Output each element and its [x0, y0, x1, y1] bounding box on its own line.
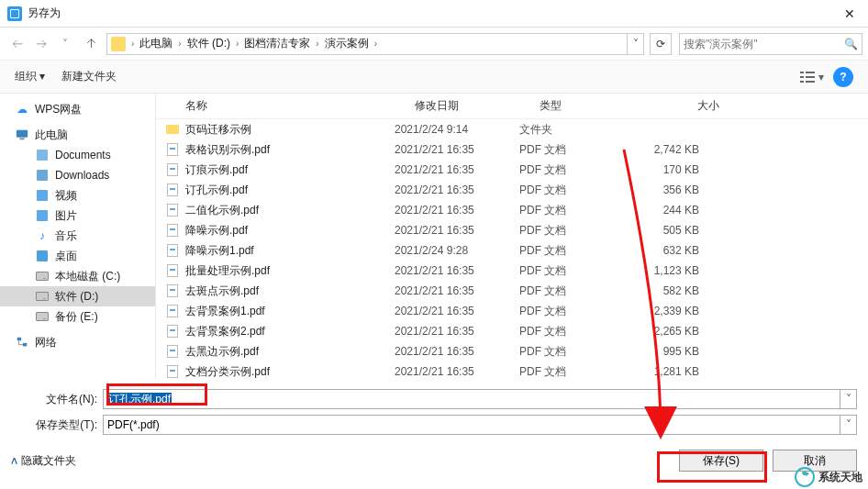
app-icon: [7, 6, 22, 21]
pdf-file-icon: [165, 283, 180, 298]
savetype-value: PDF(*.pdf): [104, 418, 160, 431]
file-date: 2021/2/21 16:35: [395, 224, 519, 237]
file-name: 页码迁移示例: [185, 122, 395, 138]
file-size: 356 KB: [626, 183, 718, 196]
file-size: 505 KB: [626, 224, 718, 237]
file-name: 批量处理示例.pdf: [185, 263, 395, 279]
file-list-body[interactable]: 页码迁移示例2021/2/24 9:14文件夹表格识别示例.pdf2021/2/…: [156, 119, 868, 378]
file-name: 二值化示例.pdf: [185, 203, 395, 218]
file-type: PDF 文档: [519, 162, 626, 178]
forward-button[interactable]: 🡢: [30, 33, 52, 55]
new-folder-button[interactable]: 新建文件夹: [61, 69, 117, 84]
svg-rect-1: [806, 72, 815, 73]
file-row[interactable]: 去背景案例2.pdf2021/2/21 16:35PDF 文档2,265 KB: [156, 321, 868, 341]
file-type: PDF 文档: [519, 243, 626, 259]
savetype-select[interactable]: PDF(*.pdf) ˅: [103, 415, 857, 435]
file-row[interactable]: 去斑点示例.pdf2021/2/21 16:35PDF 文档582 KB: [156, 281, 868, 301]
sidebar-item-pictures[interactable]: 图片: [0, 206, 155, 226]
sidebar-item-desktop[interactable]: 桌面: [0, 246, 155, 266]
computer-icon: [15, 128, 29, 142]
svg-rect-3: [806, 76, 815, 78]
music-icon: ♪: [35, 228, 50, 243]
file-name: 降噪示例.pdf: [185, 223, 395, 239]
file-row[interactable]: 订孔示例.pdf2021/2/21 16:35PDF 文档356 KB: [156, 180, 868, 200]
sidebar-item-disk-e[interactable]: 备份 (E:): [0, 306, 155, 327]
sidebar-item-downloads[interactable]: Downloads: [0, 165, 155, 185]
filename-dropdown[interactable]: ˅: [840, 390, 856, 408]
file-row[interactable]: 表格识别示例.pdf2021/2/21 16:35PDF 文档2,742 KB: [156, 139, 868, 160]
file-date: 2021/2/21 16:35: [395, 345, 519, 358]
breadcrumb-item[interactable]: 图档清洁专家: [242, 36, 312, 51]
sidebar-item-pc[interactable]: 此电脑: [0, 125, 155, 145]
refresh-button[interactable]: ⟳: [650, 33, 672, 55]
organize-menu[interactable]: 组织 ▾: [15, 69, 45, 84]
up-button[interactable]: 🡡: [81, 33, 103, 55]
breadcrumb-item[interactable]: 演示案例: [323, 36, 371, 51]
pdf-file-icon: [165, 344, 180, 359]
filename-input-wrapper[interactable]: 订孔示例.pdf ˅: [103, 389, 857, 409]
file-name: 去斑点示例.pdf: [185, 283, 395, 299]
file-row[interactable]: 去黑边示例.pdf2021/2/21 16:35PDF 文档995 KB: [156, 341, 868, 361]
pdf-file-icon: [165, 243, 180, 258]
file-size: 632 KB: [626, 244, 718, 257]
pictures-icon: [35, 208, 50, 223]
sidebar-item-videos[interactable]: 视频: [0, 185, 155, 206]
save-button[interactable]: 保存(S): [679, 450, 763, 472]
actions-row: ʌ 隐藏文件夹 保存(S) 取消: [11, 450, 857, 472]
pdf-file-icon: [165, 162, 180, 177]
folder-icon: [111, 37, 126, 51]
column-header-type[interactable]: 类型: [540, 98, 646, 114]
file-size: 2,742 KB: [626, 143, 718, 156]
file-row[interactable]: 批量处理示例.pdf2021/2/21 16:35PDF 文档1,123 KB: [156, 261, 868, 281]
column-header-date[interactable]: 修改日期: [415, 98, 540, 114]
svg-rect-0: [800, 72, 804, 73]
file-type: PDF 文档: [519, 344, 626, 360]
bottom-panel: 文件名(N): 订孔示例.pdf ˅ 保存类型(T): PDF(*.pdf) ˅…: [0, 378, 868, 481]
view-options[interactable]: ▾: [800, 71, 824, 83]
svg-rect-5: [806, 81, 815, 83]
file-date: 2021/2/21 16:35: [395, 284, 519, 297]
savetype-dropdown[interactable]: ˅: [840, 416, 856, 434]
file-row[interactable]: 去背景案例1.pdf2021/2/21 16:35PDF 文档2,339 KB: [156, 301, 868, 321]
file-row[interactable]: 降噪示例.pdf2021/2/21 16:35PDF 文档505 KB: [156, 220, 868, 240]
search-icon[interactable]: 🔍: [844, 38, 858, 50]
column-headers: 名称 修改日期 类型 大小: [156, 94, 868, 119]
pdf-file-icon: [165, 203, 180, 217]
sidebar-item-documents[interactable]: Documents: [0, 145, 155, 165]
filename-input[interactable]: 订孔示例.pdf: [107, 393, 172, 406]
help-button[interactable]: ?: [833, 67, 853, 87]
breadcrumb-item[interactable]: 此电脑: [138, 36, 174, 51]
svg-rect-9: [23, 343, 27, 347]
breadcrumb[interactable]: › 此电脑 › 软件 (D:) › 图档清洁专家 › 演示案例 › ˅: [106, 33, 644, 55]
close-button[interactable]: ✕: [831, 0, 868, 28]
file-row[interactable]: 页码迁移示例2021/2/24 9:14文件夹: [156, 119, 868, 139]
file-size: 1,123 KB: [626, 264, 718, 277]
breadcrumb-item[interactable]: 软件 (D:): [185, 36, 232, 51]
sidebar-item-music[interactable]: ♪音乐: [0, 226, 155, 246]
search-box[interactable]: 🔍: [679, 33, 862, 55]
back-button[interactable]: 🡠: [6, 33, 28, 55]
videos-icon: [35, 188, 50, 203]
file-row[interactable]: 订痕示例.pdf2021/2/21 16:35PDF 文档170 KB: [156, 160, 868, 180]
cloud-icon: ☁: [15, 102, 29, 117]
sidebar-item-disk-c[interactable]: 本地磁盘 (C:): [0, 266, 155, 286]
sidebar-item-disk-d[interactable]: 软件 (D:): [0, 286, 155, 306]
pdf-file-icon: [165, 364, 180, 378]
svg-rect-6: [17, 130, 28, 138]
svg-rect-4: [800, 81, 804, 83]
address-dropdown[interactable]: ˅: [627, 34, 643, 54]
recent-dropdown[interactable]: ˅: [54, 33, 76, 55]
search-input[interactable]: [684, 38, 844, 50]
sidebar-item-network[interactable]: 网络: [0, 332, 155, 352]
sidebar-item-wps[interactable]: ☁WPS网盘: [0, 99, 155, 119]
hide-folders-toggle[interactable]: ʌ 隐藏文件夹: [11, 453, 76, 469]
chevron-right-icon: ›: [174, 39, 184, 49]
column-header-size[interactable]: 大小: [646, 98, 738, 114]
chevron-right-icon: ›: [371, 39, 381, 49]
file-row[interactable]: 文档分类示例.pdf2021/2/21 16:35PDF 文档1,281 KB: [156, 361, 868, 378]
file-row[interactable]: 降噪示例1.pdf2021/2/24 9:28PDF 文档632 KB: [156, 240, 868, 261]
file-row[interactable]: 二值化示例.pdf2021/2/21 16:35PDF 文档244 KB: [156, 200, 868, 220]
file-date: 2021/2/24 9:14: [395, 123, 519, 136]
file-name: 去黑边示例.pdf: [185, 344, 395, 360]
column-header-name[interactable]: 名称: [185, 98, 415, 114]
